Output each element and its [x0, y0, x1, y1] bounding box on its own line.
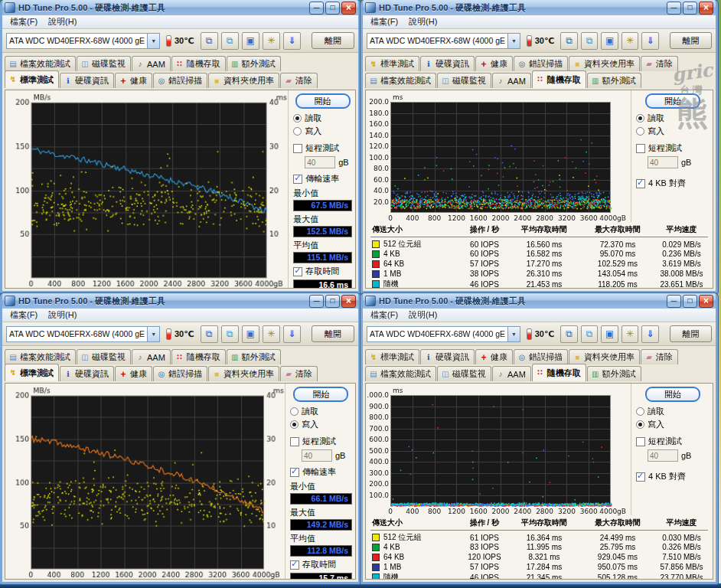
- copy-window-button[interactable]: [560, 32, 578, 50]
- tab[interactable]: 資料夾使用率: [569, 349, 640, 364]
- tab[interactable]: 錯誤掃描: [514, 349, 568, 364]
- titlebar[interactable]: HD Tune Pro 5.00 - 硬碟檢測-維護工具: [2, 293, 358, 309]
- tab[interactable]: 磁碟監視: [77, 349, 131, 364]
- tab[interactable]: 清除: [641, 349, 678, 364]
- copy-window-button[interactable]: [201, 325, 218, 343]
- tab[interactable]: 錯誤掃描: [153, 73, 207, 88]
- tab[interactable]: 檔案效能測試: [5, 349, 76, 364]
- drive-select[interactable]: ATA WDC WD40EFRX-68W (4000 gE: [6, 326, 160, 342]
- save-screenshot-button[interactable]: [601, 325, 618, 343]
- short-test-size-input[interactable]: [648, 156, 678, 168]
- transfer-rate-checkbox[interactable]: 傳輸速率: [290, 466, 352, 478]
- short-test-checkbox[interactable]: 短程測試: [636, 436, 710, 447]
- align-4kb-checkbox[interactable]: 4 KB 對齊: [636, 471, 710, 482]
- start-button[interactable]: 開始: [293, 387, 348, 402]
- access-time-checkbox[interactable]: 存取時間: [290, 559, 352, 570]
- short-test-checkbox[interactable]: 短程測試: [290, 436, 352, 447]
- write-radio[interactable]: 寫入: [293, 126, 352, 137]
- start-button[interactable]: 開始: [645, 387, 700, 402]
- options-button[interactable]: [263, 32, 280, 50]
- exit-button[interactable]: 離開: [312, 325, 354, 342]
- menu-file[interactable]: 檔案(F): [5, 309, 42, 322]
- read-radio[interactable]: 讀取: [293, 113, 352, 124]
- save-screenshot-button[interactable]: [242, 32, 259, 50]
- close-button[interactable]: [699, 295, 713, 308]
- close-button[interactable]: [699, 2, 713, 15]
- short-test-size-input[interactable]: [302, 449, 332, 462]
- exit-button[interactable]: 離開: [312, 32, 354, 49]
- start-button[interactable]: 開始: [295, 93, 351, 109]
- minimize-button[interactable]: [309, 2, 324, 15]
- minimize-button[interactable]: [667, 295, 681, 308]
- menu-help[interactable]: 說明(H): [44, 309, 81, 322]
- drive-select[interactable]: ATA WDC WD40EFRX-68W (4000 gE: [367, 33, 520, 49]
- access-time-checkbox[interactable]: 存取時間: [293, 266, 352, 277]
- start-button[interactable]: 開始: [645, 93, 700, 109]
- menu-help[interactable]: 說明(H): [404, 309, 442, 322]
- write-radio[interactable]: 寫入: [636, 126, 710, 137]
- write-radio[interactable]: 寫入: [636, 419, 710, 430]
- tab[interactable]: 額外測試: [227, 349, 281, 364]
- tab[interactable]: AAM: [492, 73, 531, 88]
- copy-screen-button[interactable]: [221, 325, 239, 343]
- tab[interactable]: 隨機存取: [171, 349, 226, 364]
- tab[interactable]: 隨機存取: [532, 364, 586, 381]
- tab[interactable]: 隨機存取: [171, 56, 226, 71]
- titlebar[interactable]: HD Tune Pro 5.00 - 硬碟檢測-維護工具: [363, 0, 716, 15]
- tab[interactable]: 清除: [280, 366, 318, 381]
- tab[interactable]: 額外測試: [587, 73, 641, 88]
- tab[interactable]: 標準測試: [365, 56, 419, 71]
- tab[interactable]: 錯誤掃描: [153, 366, 207, 381]
- save-results-button[interactable]: [283, 325, 301, 343]
- tab[interactable]: 標準測試: [5, 70, 59, 88]
- options-button[interactable]: [621, 32, 639, 50]
- write-radio[interactable]: 寫入: [290, 419, 352, 430]
- tab[interactable]: 資料夾使用率: [208, 366, 279, 381]
- tab[interactable]: 清除: [641, 56, 678, 71]
- tab[interactable]: 檔案效能測試: [365, 73, 436, 88]
- tab[interactable]: 標準測試: [365, 349, 419, 364]
- maximize-button[interactable]: [683, 2, 697, 15]
- copy-window-button[interactable]: [560, 325, 578, 343]
- menu-file[interactable]: 檔案(F): [366, 309, 403, 322]
- titlebar[interactable]: HD Tune Pro 5.00 - 硬碟檢測-維護工具: [2, 0, 358, 15]
- tab[interactable]: 硬碟資訊: [420, 349, 475, 364]
- tab[interactable]: 清除: [280, 73, 318, 88]
- exit-button[interactable]: 離開: [670, 32, 712, 49]
- tab[interactable]: AAM: [132, 349, 171, 364]
- tab[interactable]: 磁碟監視: [437, 73, 491, 88]
- save-results-button[interactable]: [641, 32, 659, 50]
- tab[interactable]: 額外測試: [227, 56, 281, 71]
- drive-select[interactable]: ATA WDC WD40EFRX-68W (4000 gE: [367, 326, 520, 342]
- tab[interactable]: 硬碟資訊: [60, 73, 114, 88]
- save-results-button[interactable]: [641, 325, 659, 343]
- maximize-button[interactable]: [325, 295, 340, 308]
- tab[interactable]: 硬碟資訊: [60, 366, 114, 381]
- copy-screen-button[interactable]: [581, 32, 599, 50]
- tab[interactable]: 磁碟監視: [437, 366, 491, 381]
- exit-button[interactable]: 離開: [670, 325, 712, 342]
- options-button[interactable]: [263, 325, 280, 343]
- save-results-button[interactable]: [283, 32, 301, 50]
- tab[interactable]: 錯誤掃描: [514, 56, 568, 71]
- tab[interactable]: 額外測試: [587, 366, 641, 381]
- tab[interactable]: 硬碟資訊: [420, 56, 475, 71]
- tab[interactable]: 健康: [475, 349, 513, 364]
- short-test-checkbox[interactable]: 短程測試: [293, 142, 352, 154]
- tab[interactable]: 檔案效能測試: [5, 56, 76, 71]
- menu-file[interactable]: 檔案(F): [366, 15, 403, 28]
- copy-screen-button[interactable]: [581, 325, 599, 343]
- tab[interactable]: 健康: [115, 73, 152, 88]
- tab[interactable]: 檔案效能測試: [365, 366, 436, 381]
- maximize-button[interactable]: [325, 2, 340, 15]
- tab[interactable]: 隨機存取: [532, 70, 586, 88]
- options-button[interactable]: [621, 325, 639, 343]
- titlebar[interactable]: HD Tune Pro 5.00 - 硬碟檢測-維護工具: [363, 293, 716, 309]
- transfer-rate-checkbox[interactable]: 傳輸速率: [293, 173, 352, 185]
- menu-help[interactable]: 說明(H): [44, 15, 81, 28]
- close-button[interactable]: [341, 295, 356, 308]
- align-4kb-checkbox[interactable]: 4 KB 對齊: [636, 178, 710, 189]
- short-test-checkbox[interactable]: 短程測試: [636, 142, 710, 154]
- save-screenshot-button[interactable]: [242, 325, 259, 343]
- close-button[interactable]: [341, 2, 356, 15]
